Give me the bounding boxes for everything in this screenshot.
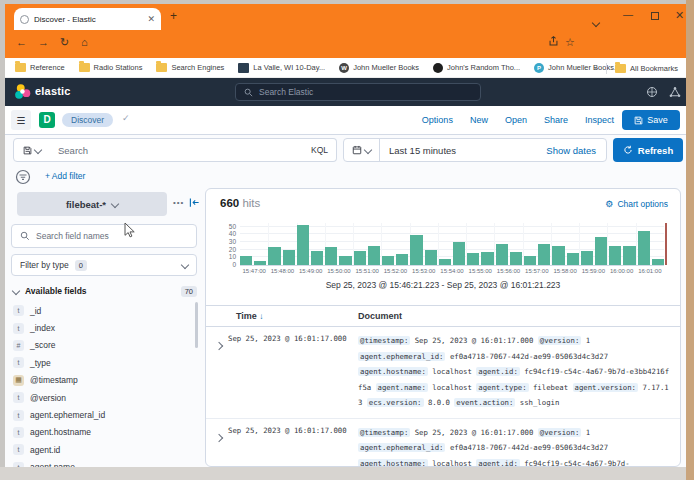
histogram-bar[interactable] xyxy=(524,256,536,265)
saved-query-menu-button[interactable] xyxy=(13,138,51,162)
minimize-button[interactable]: — xyxy=(623,9,633,20)
histogram-bar[interactable] xyxy=(283,250,295,265)
date-quick-menu-button[interactable] xyxy=(344,139,380,161)
query-language-button[interactable]: KQL xyxy=(311,145,328,155)
time-range-value[interactable]: Last 15 minutes xyxy=(380,145,546,156)
nav-action-inspect[interactable]: Inspect xyxy=(585,115,614,125)
tab-close-icon[interactable]: ✕ xyxy=(147,14,155,24)
bookmark-item[interactable]: Radio Stations xyxy=(79,63,143,73)
globe-icon[interactable] xyxy=(646,86,658,98)
alerts-icon[interactable] xyxy=(669,86,681,98)
nav-action-options[interactable]: Options xyxy=(422,115,453,125)
histogram-bar[interactable] xyxy=(467,253,479,265)
nav-action-new[interactable]: New xyxy=(470,115,488,125)
maximize-button[interactable] xyxy=(651,12,659,20)
document-column-header[interactable]: Document xyxy=(358,311,402,321)
share-icon[interactable] xyxy=(548,36,559,49)
bookmark-item[interactable]: WJohn Mueller Books xyxy=(339,63,419,73)
histogram-bar[interactable] xyxy=(240,256,252,265)
query-search-input[interactable]: Search KQL xyxy=(50,138,337,162)
histogram-bar[interactable] xyxy=(254,261,266,265)
browser-tab[interactable]: Discover - Elastic ✕ xyxy=(14,8,161,30)
menu-toggle[interactable]: ☰ xyxy=(11,110,31,130)
field-item[interactable]: tagent.id xyxy=(13,441,195,458)
filter-menu-icon[interactable] xyxy=(15,169,31,185)
field-item[interactable]: ▦@timestamp xyxy=(13,372,195,389)
nav-action-share[interactable]: Share xyxy=(544,115,568,125)
histogram-bar[interactable] xyxy=(410,235,422,265)
bookmark-item[interactable]: La Valle, WI 10-Day... xyxy=(238,63,325,73)
index-pattern-selector[interactable]: filebeat-* xyxy=(17,192,167,216)
nav-action-open[interactable]: Open xyxy=(505,115,527,125)
histogram-bar[interactable] xyxy=(595,237,607,265)
new-tab-button[interactable]: + xyxy=(170,9,177,23)
histogram-bar[interactable] xyxy=(311,251,323,266)
save-button[interactable]: Save xyxy=(622,110,680,130)
histogram-bar[interactable] xyxy=(268,247,280,265)
histogram-bar[interactable] xyxy=(425,250,437,265)
show-dates-button[interactable]: Show dates xyxy=(546,145,606,156)
space-avatar[interactable]: D xyxy=(39,112,55,128)
elastic-logo-icon[interactable] xyxy=(14,83,32,101)
histogram-bar[interactable] xyxy=(396,254,408,265)
collapse-sidebar-icon[interactable] xyxy=(189,197,200,208)
filter-by-type-select[interactable]: Filter by type 0 xyxy=(11,254,197,276)
bookmark-star-icon[interactable]: ☆ xyxy=(565,36,575,49)
histogram-bar[interactable] xyxy=(496,244,508,265)
table-row[interactable]: Sep 25, 2023 @ 16:01:17.000@timestamp: S… xyxy=(206,419,680,468)
elastic-brand[interactable]: elastic xyxy=(35,85,71,97)
histogram-bar[interactable] xyxy=(325,247,337,265)
histogram-bar[interactable] xyxy=(609,246,621,265)
histogram-bar[interactable] xyxy=(510,252,522,265)
bookmark-item[interactable]: Reference xyxy=(15,63,65,73)
histogram-bar[interactable] xyxy=(368,246,380,265)
field-item[interactable]: t_index xyxy=(13,319,195,336)
histogram-bar[interactable] xyxy=(567,253,579,265)
histogram-bar[interactable] xyxy=(481,252,493,265)
home-icon[interactable]: ⌂ xyxy=(81,36,88,48)
time-column-header[interactable]: Time ↓ xyxy=(236,311,263,321)
add-filter-button[interactable]: + Add filter xyxy=(45,171,85,181)
sidebar-scrollbar[interactable] xyxy=(195,302,198,348)
histogram-bar[interactable] xyxy=(439,259,451,265)
browser-window: Discover - Elastic ✕ + — ✕ ← → ↻ ⌂ ⚠ Not… xyxy=(5,4,686,467)
sort-descending-icon[interactable]: ↓ xyxy=(259,312,263,321)
field-item[interactable]: t_type xyxy=(13,354,195,371)
breadcrumb[interactable]: Discover xyxy=(62,113,113,127)
histogram-bar[interactable] xyxy=(638,231,650,265)
expand-row-chevron-icon[interactable] xyxy=(216,335,222,353)
all-bookmarks-button[interactable]: All Bookmarks xyxy=(615,64,678,73)
field-item[interactable]: tagent.name xyxy=(13,459,195,467)
histogram-bar[interactable] xyxy=(581,251,593,265)
histogram-bar[interactable] xyxy=(552,246,564,265)
histogram-bar[interactable] xyxy=(354,251,366,266)
sidebar-options-icon[interactable]: ••• xyxy=(173,198,184,207)
histogram-bar[interactable] xyxy=(297,225,309,265)
expand-row-chevron-icon[interactable] xyxy=(216,427,222,445)
field-item[interactable]: t_id xyxy=(13,302,195,319)
tab-search-chevron-icon[interactable] xyxy=(593,12,599,30)
field-item[interactable]: t@version xyxy=(13,389,195,406)
back-icon[interactable]: ← xyxy=(16,36,27,48)
histogram-bar[interactable] xyxy=(382,256,394,265)
chart-options-button[interactable]: ⚙ Chart options xyxy=(605,199,668,209)
bookmark-item[interactable]: John's Random Tho... xyxy=(433,63,520,73)
available-fields-header[interactable]: Available fields 70 xyxy=(13,284,197,298)
histogram-bar[interactable] xyxy=(339,256,351,265)
forward-icon[interactable]: → xyxy=(38,36,49,48)
histogram-bar[interactable] xyxy=(652,259,664,265)
histogram-bar[interactable] xyxy=(453,242,465,265)
bookmarks-overflow-icon[interactable]: » xyxy=(594,64,598,73)
bookmark-item[interactable]: Search Engines xyxy=(156,63,224,73)
reload-icon[interactable]: ↻ xyxy=(60,36,69,49)
field-item[interactable]: tagent.hostname xyxy=(13,424,195,441)
table-row[interactable]: Sep 25, 2023 @ 16:01:17.000@timestamp: S… xyxy=(206,327,680,419)
histogram-bar[interactable] xyxy=(538,244,550,265)
refresh-button[interactable]: Refresh xyxy=(613,138,683,162)
field-item[interactable]: #_score xyxy=(13,337,195,354)
close-window-button[interactable]: ✕ xyxy=(675,9,684,22)
global-search-input[interactable]: Search Elastic xyxy=(235,83,481,101)
field-item[interactable]: tagent.ephemeral_id xyxy=(13,406,195,423)
field-search-input[interactable]: Search field names xyxy=(11,224,197,248)
histogram-bar[interactable] xyxy=(623,246,635,265)
